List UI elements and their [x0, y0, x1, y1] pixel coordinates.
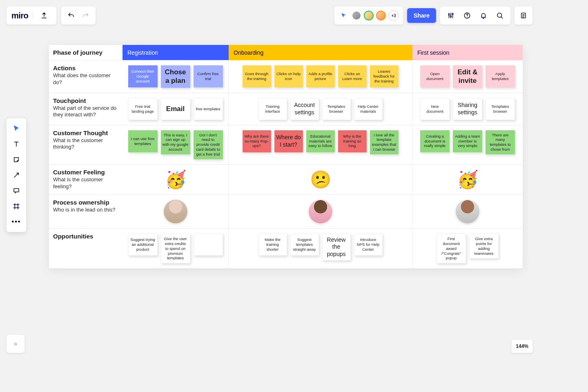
feeling-emoji[interactable]: 😕: [232, 169, 409, 189]
phase-registration[interactable]: Registration: [122, 45, 229, 60]
collaborators: +3: [334, 7, 403, 24]
share-button[interactable]: Share: [407, 8, 436, 23]
more-avatars[interactable]: +3: [388, 10, 399, 21]
avatar[interactable]: [352, 11, 361, 20]
frame-tool-icon[interactable]: [7, 198, 26, 214]
sticky-note[interactable]: First document award /"Congrats" popup: [437, 234, 466, 263]
sticky-note[interactable]: Leaves feedback for the training: [370, 65, 399, 87]
phase-first-session[interactable]: First session: [412, 45, 523, 60]
sticky-tool-icon[interactable]: [7, 152, 26, 167]
sticky-note[interactable]: I love all the template examples that I …: [370, 130, 399, 155]
expand-minimap-icon[interactable]: »: [7, 335, 24, 353]
sticky-note[interactable]: [194, 234, 223, 256]
row-opportunities: Opportunities Suggest trying an addition…: [49, 229, 523, 268]
row-actions: Actions What does the customer do? Conne…: [49, 60, 523, 93]
sticky-note[interactable]: Clicks on help icon: [274, 65, 303, 87]
sticky-note[interactable]: I can use free templates: [128, 130, 158, 152]
sticky-note[interactable]: Suggest templates straight away: [290, 234, 319, 256]
sticky-note[interactable]: Training interface: [258, 98, 287, 120]
journey-map[interactable]: Phase of journey Registration Onboarding…: [49, 45, 523, 268]
owner-avatar[interactable]: [309, 200, 332, 223]
sticky-note[interactable]: Templates browser: [486, 98, 515, 120]
avatar[interactable]: [376, 11, 386, 20]
svg-point-1: [450, 16, 452, 17]
sticky-note[interactable]: free templates: [194, 98, 223, 120]
phase-header-label: Phase of journey: [53, 49, 118, 56]
owner-avatar[interactable]: [164, 200, 187, 223]
sticky-note[interactable]: Adds a profile picture: [306, 65, 335, 87]
undo-redo-group: [61, 7, 96, 24]
sticky-note[interactable]: Got I don't need to provide credit card …: [194, 130, 223, 159]
sticky-note[interactable]: Edit & invite: [453, 65, 482, 88]
miro-logo: miro: [11, 11, 28, 20]
sticky-note[interactable]: Introduce NPS for Help Center: [354, 234, 383, 256]
sticky-note[interactable]: Templates browser: [322, 98, 351, 120]
sticky-note[interactable]: Email: [161, 98, 190, 120]
zoom-level[interactable]: 144%: [512, 340, 532, 353]
row-touchpoint: Touchpoint What part of the service do t…: [49, 93, 523, 125]
sticky-note[interactable]: Review the popups: [322, 234, 351, 261]
sticky-note[interactable]: Goes through the training: [243, 65, 271, 87]
row-feeling: Customer Feeling What is the customer fe…: [49, 165, 523, 195]
sticky-note[interactable]: Free trial landing page: [128, 98, 158, 120]
facilitation-cursor-icon[interactable]: [339, 12, 349, 19]
sticky-note[interactable]: Educational materials are easy to follow: [306, 130, 335, 152]
sticky-note[interactable]: Clicks on Learn more: [338, 65, 367, 87]
search-icon[interactable]: [492, 7, 508, 24]
bell-icon[interactable]: [475, 7, 492, 24]
board-menu[interactable]: miro: [7, 7, 56, 24]
sticky-note[interactable]: Suggest trying an additional product: [128, 234, 158, 256]
svg-point-2: [452, 13, 453, 15]
sticky-note[interactable]: Creating a document is really simple: [420, 130, 450, 152]
sticky-note[interactable]: Connect their Google account: [128, 65, 158, 87]
comment-tool-icon[interactable]: [7, 183, 26, 198]
right-toolbar: [440, 7, 510, 24]
sticky-note[interactable]: Help Center materials: [354, 98, 383, 120]
sticky-note[interactable]: Apply templates: [486, 65, 515, 87]
owner-avatar[interactable]: [456, 200, 479, 223]
sticky-note[interactable]: This is easy, I can sign up with my goog…: [161, 130, 190, 155]
sticky-note[interactable]: Chose a plan: [161, 65, 190, 88]
help-icon[interactable]: [459, 7, 475, 24]
sticky-note[interactable]: Sharing settings: [453, 98, 482, 120]
undo-icon[interactable]: [64, 7, 78, 24]
sticky-note[interactable]: There are many templates to chose from: [486, 130, 515, 155]
notes-panel-icon[interactable]: [514, 7, 532, 24]
select-tool-icon[interactable]: [7, 121, 26, 136]
phase-onboarding[interactable]: Onboarding: [229, 45, 412, 60]
text-tool-icon[interactable]: [7, 136, 26, 152]
sticky-note[interactable]: Where do I start?: [274, 130, 303, 152]
sticky-note[interactable]: Confirm free trial: [194, 65, 223, 87]
sticky-note[interactable]: Adding a team member is very simple: [453, 130, 482, 152]
arrow-tool-icon[interactable]: [7, 167, 26, 183]
export-icon[interactable]: [37, 7, 51, 24]
sticky-note[interactable]: Account settings: [290, 98, 319, 120]
sticky-note[interactable]: Why are there so many Pop-ups?: [243, 130, 271, 152]
settings-icon[interactable]: [443, 7, 459, 24]
svg-rect-6: [14, 189, 19, 192]
sticky-note[interactable]: New document: [420, 98, 450, 120]
sticky-note[interactable]: Why is the training so long: [338, 130, 367, 152]
sticky-note[interactable]: Make the training shorter: [258, 234, 287, 256]
svg-point-4: [497, 13, 502, 18]
feeling-emoji[interactable]: 🥳: [126, 169, 225, 189]
feeling-emoji[interactable]: 🥳: [416, 169, 519, 189]
sticky-note[interactable]: Give extra points for adding teammates: [469, 234, 499, 259]
svg-point-0: [448, 14, 450, 15]
avatar[interactable]: [364, 11, 374, 20]
row-thought: Customer Thought What is the customer th…: [49, 125, 523, 165]
sticky-note[interactable]: Open document: [420, 65, 450, 87]
row-ownership: Process ownership Who is in the lead on …: [49, 195, 523, 229]
sticky-note[interactable]: Give the user extra credits to spend on …: [161, 234, 190, 263]
redo-icon[interactable]: [78, 7, 93, 24]
tool-palette: •••: [7, 118, 26, 232]
more-tools-icon[interactable]: •••: [7, 214, 26, 229]
